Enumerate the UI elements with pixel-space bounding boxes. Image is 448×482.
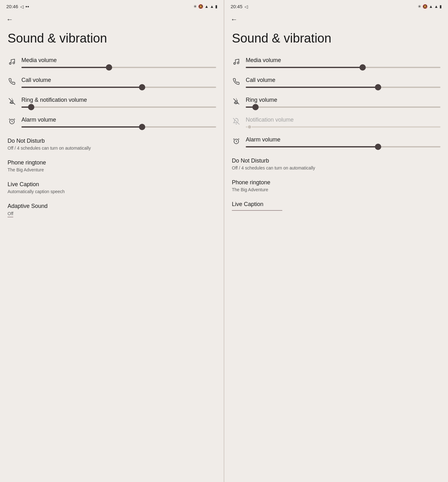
live-caption-item[interactable]: Live Caption Automatically caption speec…	[8, 177, 216, 198]
ring-volume-slider-r[interactable]	[246, 106, 440, 108]
page-content-right: Sound & vibration Media volume	[224, 31, 448, 215]
call-volume-content: Call volume	[21, 77, 216, 88]
media-volume-fill	[21, 67, 109, 68]
live-caption-subtitle: Automatically caption speech	[8, 189, 216, 194]
signal-icon-right: ▲	[434, 4, 438, 9]
page-content-left: Sound & vibration Media volume	[0, 31, 224, 222]
alarm-volume-thumb-r[interactable]	[375, 144, 381, 150]
notif-volume-item-r: Notification volume	[232, 113, 440, 133]
alarm-volume-content: Alarm volume	[21, 117, 216, 128]
battery-icon: ▮	[215, 4, 217, 9]
media-volume-slider[interactable]	[21, 67, 216, 68]
alarm-volume-slider[interactable]	[21, 126, 216, 128]
phone-ringtone-item-r[interactable]: Phone ringtone The Big Adventure	[232, 175, 440, 197]
status-right-left: 20:45 ◁	[231, 4, 248, 9]
live-caption-item-r[interactable]: Live Caption	[232, 197, 440, 215]
svg-point-1	[13, 62, 15, 64]
svg-point-0	[9, 63, 11, 65]
alarm-icon-r	[232, 138, 241, 145]
phone-ringtone-title-r: Phone ringtone	[232, 179, 440, 186]
wifi-icon-right: ▲	[429, 4, 433, 9]
call-volume-slider-r[interactable]	[246, 87, 440, 88]
do-not-disturb-title: Do Not Disturb	[8, 138, 216, 144]
nav-icon-right: ◁	[244, 4, 248, 9]
svg-line-7	[233, 118, 239, 124]
ring-volume-thumb[interactable]	[28, 104, 34, 110]
call-icon-r	[232, 78, 241, 85]
status-bar-left: 20:46 ◁ ●● ✳ 🔕 ▲ ▲ ▮	[0, 0, 224, 12]
page-title-left: Sound & vibration	[8, 31, 216, 45]
adaptive-sound-title: Adaptive Sound	[8, 203, 216, 209]
ring-volume-content-r: Ring volume	[246, 97, 440, 108]
nav-icon: ◁	[20, 4, 24, 9]
phone-ringtone-subtitle-r: The Big Adventure	[232, 187, 440, 192]
back-button-right[interactable]: ←	[224, 12, 448, 26]
notif-volume-slider-r	[246, 126, 440, 128]
do-not-disturb-subtitle-r: Off / 4 schedules can turn on automatica…	[232, 165, 440, 170]
ring-icon-r	[232, 98, 241, 105]
alarm-volume-label-r: Alarm volume	[246, 136, 440, 143]
media-volume-label-r: Media volume	[246, 57, 440, 64]
bluetooth-icon: ✳	[193, 4, 197, 9]
ring-volume-slider[interactable]	[21, 106, 216, 108]
media-volume-label: Media volume	[21, 57, 216, 64]
media-icon	[8, 58, 16, 65]
adaptive-sound-item[interactable]: Adaptive Sound Off	[8, 198, 216, 222]
svg-point-5	[237, 62, 239, 64]
call-icon	[8, 78, 16, 85]
back-button-left[interactable]: ←	[0, 12, 224, 26]
bell-off-icon: 🔕	[198, 4, 203, 9]
notif-icon-r	[232, 118, 241, 125]
status-right-right: ✳ 🔕 ▲ ▲ ▮	[418, 4, 442, 9]
alarm-volume-thumb[interactable]	[139, 124, 145, 130]
alarm-volume-fill-r	[246, 146, 378, 147]
call-volume-content-r: Call volume	[246, 77, 440, 88]
status-time-right: 20:45	[231, 4, 243, 9]
media-volume-content: Media volume	[21, 57, 216, 68]
notif-volume-content-r: Notification volume	[246, 117, 440, 128]
page-title-right: Sound & vibration	[232, 31, 440, 45]
media-volume-thumb-r[interactable]	[359, 64, 366, 71]
live-caption-line-r	[232, 210, 282, 211]
call-volume-thumb[interactable]	[139, 84, 145, 90]
ring-volume-thumb-r[interactable]	[252, 104, 259, 110]
media-volume-thumb[interactable]	[106, 64, 112, 71]
wifi-icon: ▲	[204, 4, 209, 9]
alarm-volume-item-r: Alarm volume	[232, 133, 440, 153]
notif-volume-label-r: Notification volume	[246, 117, 440, 123]
media-volume-content-r: Media volume	[246, 57, 440, 68]
bell-off-icon-right: 🔕	[422, 4, 428, 9]
ring-volume-item: Ring & notification volume	[8, 94, 216, 113]
call-volume-slider[interactable]	[21, 87, 216, 88]
bluetooth-icon-right: ✳	[418, 4, 421, 9]
status-time: 20:46	[6, 4, 18, 9]
do-not-disturb-title-r: Do Not Disturb	[232, 158, 440, 164]
battery-icon-right: ▮	[439, 4, 442, 9]
call-volume-item: Call volume	[8, 74, 216, 94]
alarm-icon	[8, 118, 16, 125]
signal-icon: ▲	[210, 4, 214, 9]
call-volume-thumb-r[interactable]	[375, 84, 381, 90]
do-not-disturb-subtitle: Off / 4 schedules can turn on automatica…	[8, 146, 216, 151]
svg-point-4	[234, 63, 236, 65]
media-volume-item: Media volume	[8, 54, 216, 74]
record-icon: ●●	[26, 5, 29, 8]
adaptive-sound-subtitle: Off	[8, 211, 13, 217]
notif-volume-thumb-r	[247, 125, 252, 129]
live-caption-title: Live Caption	[8, 181, 216, 188]
status-bar-right: 20:45 ◁ ✳ 🔕 ▲ ▲ ▮	[224, 0, 448, 12]
alarm-volume-slider-r[interactable]	[246, 146, 440, 147]
do-not-disturb-item[interactable]: Do Not Disturb Off / 4 schedules can tur…	[8, 133, 216, 155]
svg-line-6	[233, 99, 239, 104]
phone-ringtone-subtitle: The Big Adventure	[8, 167, 216, 172]
alarm-volume-item: Alarm volume	[8, 113, 216, 133]
ring-icon	[8, 98, 16, 105]
media-volume-slider-r[interactable]	[246, 67, 440, 68]
call-volume-fill-r	[246, 87, 378, 88]
phone-ringtone-title: Phone ringtone	[8, 159, 216, 166]
ring-volume-content: Ring & notification volume	[21, 97, 216, 108]
phone-ringtone-item[interactable]: Phone ringtone The Big Adventure	[8, 155, 216, 177]
do-not-disturb-item-r[interactable]: Do Not Disturb Off / 4 schedules can tur…	[232, 153, 440, 175]
status-right: ✳ 🔕 ▲ ▲ ▮	[193, 4, 217, 9]
live-caption-title-r: Live Caption	[232, 201, 440, 208]
